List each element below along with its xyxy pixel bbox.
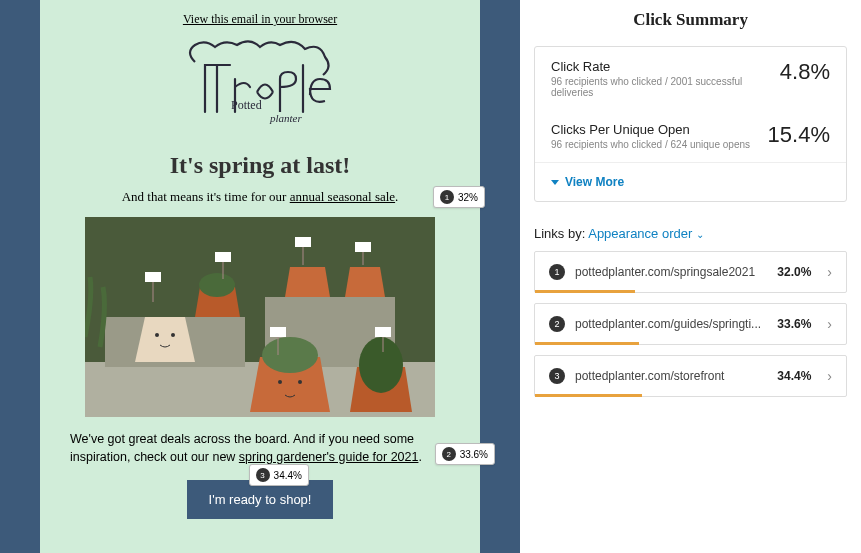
link-number: 2 [549,316,565,332]
badge-pct: 32% [458,192,478,203]
summary-box: Click Rate 96 recipients who clicked / 2… [534,46,847,202]
hero-image [85,217,435,417]
badge-number: 2 [442,447,456,461]
svg-rect-19 [355,242,371,252]
email-preview-panel: View this email in your browser Pottedpl… [0,0,520,553]
metric-value: 4.8% [780,59,830,85]
chevron-right-icon: › [827,368,832,384]
view-more-link[interactable]: View More [551,175,830,189]
links-sort: Links by: Appearance order⌄ [534,226,847,241]
svg-text:planter: planter [269,112,302,124]
badge-pct: 34.4% [274,470,302,481]
link-url: pottedplanter.com/storefront [575,369,767,383]
subline-text: And that means it's time for our [122,189,290,204]
svg-point-6 [155,333,159,337]
link-row[interactable]: 3pottedplanter.com/storefront34.4%› [534,355,847,397]
link-pct: 33.6% [777,317,811,331]
badge-number: 1 [440,190,454,204]
link-pct: 32.0% [777,265,811,279]
click-summary-title: Click Summary [534,10,847,30]
svg-point-8 [278,380,282,384]
svg-rect-13 [145,272,161,282]
svg-point-7 [171,333,175,337]
brand-logo: Pottedplanter [70,37,450,136]
link-row[interactable]: 2pottedplanter.com/guides/springti...33.… [534,303,847,345]
analytics-panel: Click Summary Click Rate 96 recipients w… [520,0,861,553]
svg-point-12 [359,337,403,393]
email-body: View this email in your browser Pottedpl… [40,0,480,553]
svg-point-9 [298,380,302,384]
svg-rect-23 [375,327,391,337]
metric-sub: 96 recipients who clicked / 624 unique o… [551,139,750,150]
click-badge-2[interactable]: 2 33.6% [435,443,495,465]
svg-rect-17 [295,237,311,247]
link-pct: 34.4% [777,369,811,383]
svg-point-11 [199,273,235,297]
metric-sub: 96 recipients who clicked / 2001 success… [551,76,780,98]
metric-value: 15.4% [768,122,830,148]
badge-pct: 33.6% [460,449,488,460]
email-headline: It's spring at last! [70,152,450,179]
link-row[interactable]: 1pottedplanter.com/springsale202132.0%› [534,251,847,293]
link-progress-bar [535,394,642,397]
link-number: 3 [549,368,565,384]
email-subline: And that means it's time for our annual … [70,189,450,205]
metric-clicks-per-open: Clicks Per Unique Open 96 recipients who… [535,110,846,162]
chevron-right-icon: › [827,316,832,332]
view-in-browser-link[interactable]: View this email in your browser [70,12,450,27]
badge-number: 3 [256,468,270,482]
link-url: pottedplanter.com/guides/springti... [575,317,767,331]
seasonal-sale-link[interactable]: annual seasonal sale [290,189,395,204]
guide-link[interactable]: spring gardener's guide for 2021 [239,450,419,464]
svg-rect-15 [215,252,231,262]
svg-rect-21 [270,327,286,337]
link-url: pottedplanter.com/springsale2021 [575,265,767,279]
click-badge-1[interactable]: 1 32% [433,186,485,208]
click-badge-3[interactable]: 3 34.4% [249,464,309,486]
link-number: 1 [549,264,565,280]
metric-label: Clicks Per Unique Open [551,122,750,137]
svg-point-10 [262,337,318,373]
sort-dropdown[interactable]: Appearance order⌄ [588,226,704,241]
metric-click-rate: Click Rate 96 recipients who clicked / 2… [535,47,846,110]
chevron-right-icon: › [827,264,832,280]
email-body-text: We've got great deals across the board. … [70,431,450,466]
metric-label: Click Rate [551,59,780,74]
link-progress-bar [535,290,635,293]
svg-text:Potted: Potted [231,98,262,112]
link-progress-bar [535,342,639,345]
chevron-down-icon: ⌄ [696,229,704,240]
